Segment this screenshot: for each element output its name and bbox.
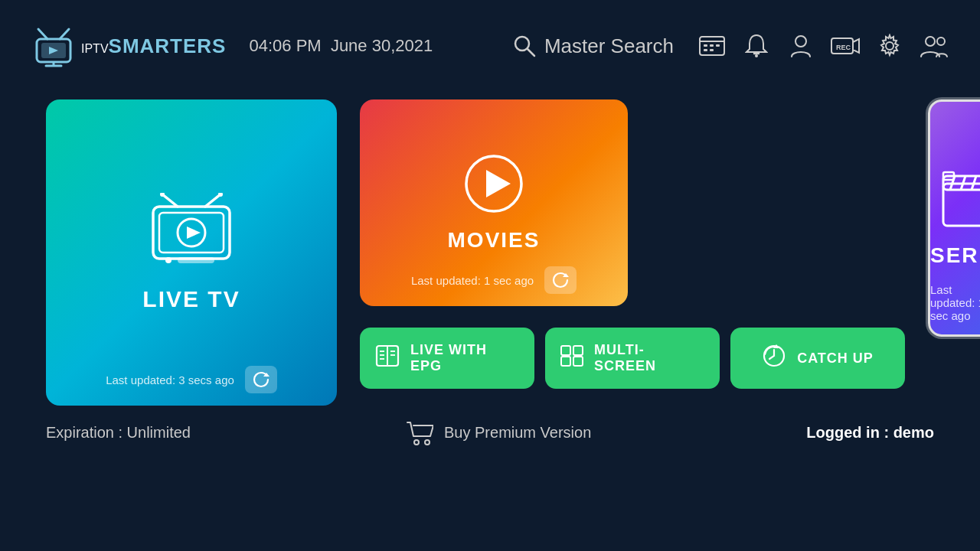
svg-point-23 [926, 37, 935, 46]
book-icon [375, 344, 400, 367]
svg-rect-34 [178, 257, 214, 263]
notifications-button[interactable] [741, 31, 772, 61]
movies-updated: Last updated: 1 sec ago [411, 274, 534, 287]
movies-icon [463, 153, 524, 217]
refresh-icon [253, 371, 270, 388]
svg-marker-20 [853, 39, 859, 53]
catch-up-label: CATCH UP [797, 350, 874, 367]
series-icon [939, 168, 980, 233]
cart-icon [406, 419, 433, 445]
svg-point-33 [165, 257, 172, 263]
record-button[interactable]: REC [830, 31, 861, 61]
epg-btn-icon [375, 344, 400, 373]
movies-footer: Last updated: 1 sec ago [360, 266, 628, 294]
clock-rewind-icon [762, 344, 786, 368]
svg-line-8 [528, 49, 534, 56]
schedule-icon [698, 34, 726, 58]
svg-rect-49 [573, 357, 583, 366]
refresh-icon [552, 272, 569, 289]
settings-button[interactable] [874, 31, 905, 61]
svg-point-17 [755, 54, 758, 57]
search-label: Master Search [544, 34, 674, 58]
user-icon [790, 34, 812, 58]
user-profile-button[interactable] [786, 31, 816, 61]
live-tv-icon [145, 193, 237, 272]
cards-row: LIVE TV Last updated: 3 secs ago [46, 99, 934, 406]
svg-point-62 [425, 440, 430, 445]
svg-marker-32 [187, 227, 201, 239]
svg-rect-46 [561, 346, 570, 355]
live-with-epg-label: LIVE WITH EPG [410, 342, 519, 374]
svg-point-24 [937, 37, 945, 45]
svg-rect-11 [704, 44, 707, 47]
multi-screen-button[interactable]: MULTI-SCREEN [545, 328, 720, 389]
expiration-label: Expiration : Unlimited [46, 424, 191, 442]
svg-line-26 [205, 194, 220, 207]
svg-line-25 [162, 194, 178, 207]
mid-col: MOVIES Last updated: 1 sec ago [360, 99, 905, 389]
live-tv-refresh-button[interactable] [245, 366, 277, 393]
svg-rect-13 [716, 44, 720, 47]
logged-in-label: Logged in : [806, 424, 893, 441]
svg-rect-15 [710, 49, 714, 51]
svg-line-0 [38, 29, 47, 39]
catch-up-icon [762, 344, 786, 373]
multiuser-icon [920, 34, 949, 58]
logged-in-info: Logged in : demo [806, 424, 934, 442]
movies-card[interactable]: MOVIES Last updated: 1 sec ago [360, 99, 628, 306]
buy-premium-label: Buy Premium Version [444, 424, 591, 442]
datetime: 04:06 PM June 30,2021 [249, 36, 433, 56]
bell-icon [745, 34, 768, 58]
svg-rect-47 [573, 346, 583, 355]
svg-line-1 [60, 29, 69, 39]
epg-icon-button[interactable] [697, 31, 727, 61]
movies-label: MOVIES [448, 228, 541, 253]
multiuser-button[interactable] [919, 31, 949, 61]
series-label: SERIES [930, 243, 980, 268]
logo-icon [31, 25, 77, 67]
search-icon [512, 34, 537, 58]
multi-screen-icon [560, 345, 583, 372]
live-with-epg-button[interactable]: LIVE WITH EPG [360, 328, 534, 389]
movies-refresh-button[interactable] [544, 266, 577, 294]
live-tv-footer: Last updated: 3 secs ago [46, 366, 337, 393]
svg-text:REC: REC [836, 44, 851, 51]
series-updated: Last updated: 1 sec ago [930, 283, 980, 322]
live-tv-updated: Last updated: 3 secs ago [106, 373, 234, 386]
svg-marker-37 [486, 170, 511, 197]
header: IPTVSMARTERS 04:06 PM June 30,2021 Maste… [0, 0, 980, 92]
live-tv-card[interactable]: LIVE TV Last updated: 3 secs ago [46, 99, 337, 406]
series-card[interactable]: SERIES Last updated: 1 sec ago [928, 99, 980, 337]
record-icon: REC [830, 34, 861, 58]
main-content: LIVE TV Last updated: 3 secs ago [0, 92, 980, 406]
svg-rect-14 [704, 49, 707, 51]
buy-premium-button[interactable]: Buy Premium Version [406, 419, 591, 445]
search-button[interactable]: Master Search [512, 34, 674, 58]
series-footer: Last updated: 1 sec ago [930, 283, 980, 322]
svg-point-61 [414, 440, 419, 445]
multi-screen-label: MULTI-SCREEN [594, 342, 704, 374]
footer: Expiration : Unlimited Buy Premium Versi… [0, 406, 980, 445]
logo-area: IPTVSMARTERS [31, 25, 226, 67]
svg-point-22 [886, 42, 893, 50]
svg-point-18 [795, 36, 806, 47]
svg-rect-48 [561, 357, 570, 366]
settings-icon [877, 34, 902, 58]
logged-in-user: demo [893, 424, 934, 441]
live-tv-label: LIVE TV [142, 286, 240, 312]
grid-icon [560, 345, 583, 367]
logo-text: IPTVSMARTERS [81, 34, 226, 58]
svg-rect-12 [710, 44, 714, 47]
header-icons: REC [697, 31, 949, 61]
catch-up-button[interactable]: CATCH UP [730, 328, 905, 389]
bottom-buttons: LIVE WITH EPG MULTI-SCREEN [360, 328, 905, 389]
